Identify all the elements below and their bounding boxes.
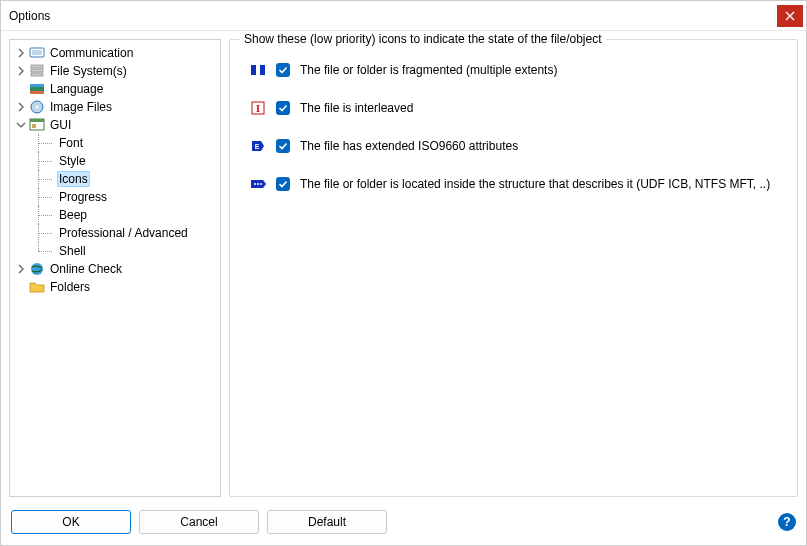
svg-rect-7 [30,91,44,94]
option-label: The file or folder is located inside the… [300,177,770,191]
svg-point-19 [254,183,256,185]
options-panel: Show these (low priority) icons to indic… [229,39,798,497]
option-label: The file is interleaved [300,101,413,115]
tree-connector [32,242,56,260]
svg-rect-2 [31,65,43,68]
tree-label: Beep [57,208,89,222]
check-icon [278,103,288,113]
tree-label: Language [48,82,105,96]
svg-rect-1 [32,50,42,55]
globe-icon [29,261,45,277]
expander-empty [14,280,28,294]
tree-connector [32,134,56,152]
panel-legend: Show these (low priority) icons to indic… [240,32,606,46]
default-button[interactable]: Default [267,510,387,534]
tree-label: Shell [57,244,88,258]
window-title: Options [9,9,50,23]
tree-item-filesystems[interactable]: File System(s) [10,62,220,80]
tree-label: Font [57,136,85,150]
tree-item-shell[interactable]: Shell [10,242,220,260]
option-fragmented: The file or folder is fragmented (multip… [250,62,783,78]
close-button[interactable] [777,5,803,27]
cancel-button[interactable]: Cancel [139,510,259,534]
tree-item-imagefiles[interactable]: Image Files [10,98,220,116]
option-inside-structure: The file or folder is located inside the… [250,176,783,192]
tree-item-communication[interactable]: Communication [10,44,220,62]
tree-item-onlinecheck[interactable]: Online Check [10,260,220,278]
tree-label: Communication [48,46,135,60]
chevron-right-icon[interactable] [14,262,28,276]
checkbox-inside-structure[interactable] [276,177,290,191]
dialog-footer: OK Cancel Default ? [1,505,806,545]
checkbox-iso9660[interactable] [276,139,290,153]
tree-connector [32,170,56,188]
filesystem-icon [29,63,45,79]
svg-text:I: I [256,103,260,114]
tree-connector [32,224,56,242]
tree-item-icons[interactable]: Icons [10,170,220,188]
option-label: The file or folder is fragmented (multip… [300,63,557,77]
check-icon [278,65,288,75]
interleaved-icon: I [250,100,266,116]
svg-text:E: E [255,143,260,150]
tree-item-folders[interactable]: Folders [10,278,220,296]
tree-item-professional[interactable]: Professional / Advanced [10,224,220,242]
fragmented-icon [250,62,266,78]
svg-point-9 [36,106,39,109]
language-icon [29,81,45,97]
chevron-right-icon[interactable] [14,100,28,114]
button-label: Default [308,515,346,529]
svg-rect-3 [31,69,43,72]
help-button[interactable]: ? [778,513,796,531]
tree-connector [32,152,56,170]
svg-rect-15 [260,65,265,75]
tree-item-language[interactable]: Language [10,80,220,98]
tree-item-style[interactable]: Style [10,152,220,170]
communication-icon [29,45,45,61]
tree-item-beep[interactable]: Beep [10,206,220,224]
tree-label: Icons [57,171,90,187]
tree-label: Professional / Advanced [57,226,190,240]
tree-connector [32,188,56,206]
option-iso9660: E The file has extended ISO9660 attribut… [250,138,783,154]
tree-label: GUI [48,118,73,132]
button-label: OK [62,515,79,529]
chevron-right-icon[interactable] [14,64,28,78]
folder-icon [29,279,45,295]
tree-item-progress[interactable]: Progress [10,188,220,206]
svg-point-20 [257,183,259,185]
options-window: Options Communication File System(s) [0,0,807,546]
chevron-right-icon[interactable] [14,46,28,60]
svg-rect-14 [251,65,256,75]
expander-empty [14,82,28,96]
nav-tree[interactable]: Communication File System(s) Language Im… [9,39,221,497]
disc-icon [29,99,45,115]
dialog-body: Communication File System(s) Language Im… [1,31,806,505]
svg-rect-6 [30,84,44,87]
option-interleaved: I The file is interleaved [250,100,783,116]
tree-label: Folders [48,280,92,294]
gui-icon [29,117,45,133]
svg-rect-4 [31,73,43,76]
check-icon [278,141,288,151]
checkbox-fragmented[interactable] [276,63,290,77]
iso9660-icon: E [250,138,266,154]
close-icon [785,11,795,21]
svg-rect-11 [30,119,44,122]
help-icon: ? [783,515,790,529]
tree-label: File System(s) [48,64,129,78]
tree-label: Image Files [48,100,114,114]
inside-icon [250,176,266,192]
tree-item-font[interactable]: Font [10,134,220,152]
check-icon [278,179,288,189]
checkbox-interleaved[interactable] [276,101,290,115]
tree-item-gui[interactable]: GUI [10,116,220,134]
tree-label: Online Check [48,262,124,276]
titlebar: Options [1,1,806,31]
chevron-down-icon[interactable] [14,118,28,132]
svg-rect-12 [32,124,36,128]
tree-label: Progress [57,190,109,204]
svg-point-21 [260,183,262,185]
option-label: The file has extended ISO9660 attributes [300,139,518,153]
ok-button[interactable]: OK [11,510,131,534]
